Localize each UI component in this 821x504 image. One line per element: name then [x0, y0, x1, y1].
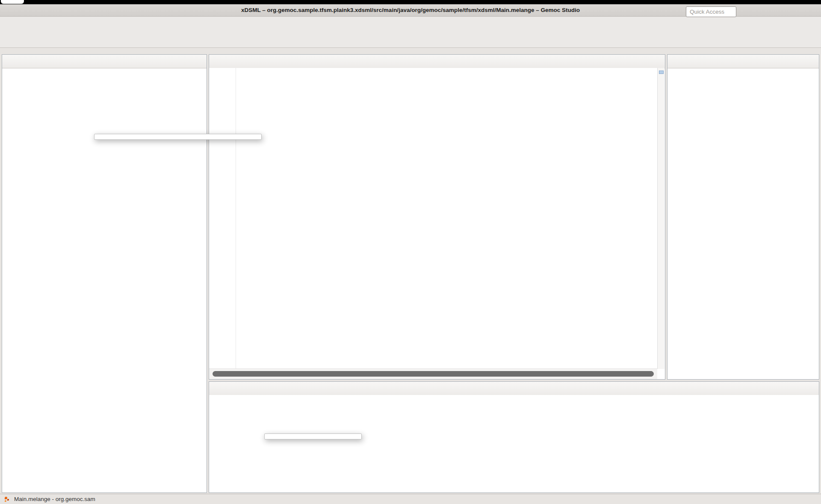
main-toolbar — [0, 28, 821, 48]
project-explorer-view — [2, 54, 207, 493]
status-text: Main.melange - org.gemoc.sam — [14, 496, 95, 502]
cursor-position-marker — [659, 71, 664, 74]
menubar — [0, 17, 821, 28]
quick-access-input[interactable] — [686, 6, 736, 17]
outline-view — [667, 54, 819, 380]
bottom-panel-tabbar — [209, 382, 819, 395]
editor-tabbar — [209, 55, 665, 68]
status-bar: Main.melange - org.gemoc.sam — [0, 494, 821, 504]
melange-submenu — [264, 433, 362, 439]
project-explorer-tree[interactable] — [2, 68, 207, 492]
overview-ruler[interactable] — [657, 68, 664, 369]
context-menu — [94, 134, 262, 140]
editor-body[interactable] — [209, 68, 657, 369]
gemoc-studio-window: xDSML – org.gemoc.sample.tfsm.plaink3.xd… — [0, 0, 821, 504]
gutter-separator — [236, 68, 236, 369]
editor-view — [209, 54, 665, 380]
horizontal-scrollbar-thumb[interactable] — [213, 371, 654, 377]
outline-tree[interactable] — [667, 68, 819, 379]
project-explorer-tabbar — [2, 55, 207, 68]
horizontal-scrollbar-track[interactable] — [209, 368, 657, 379]
window-corner-tab — [1, 0, 24, 4]
javadoc-content — [209, 395, 819, 492]
melange-icon — [3, 496, 11, 503]
window-top-strip — [0, 0, 821, 4]
outline-tabbar — [667, 55, 819, 68]
window-title: xDSML – org.gemoc.sample.tfsm.plaink3.xd… — [241, 7, 580, 13]
